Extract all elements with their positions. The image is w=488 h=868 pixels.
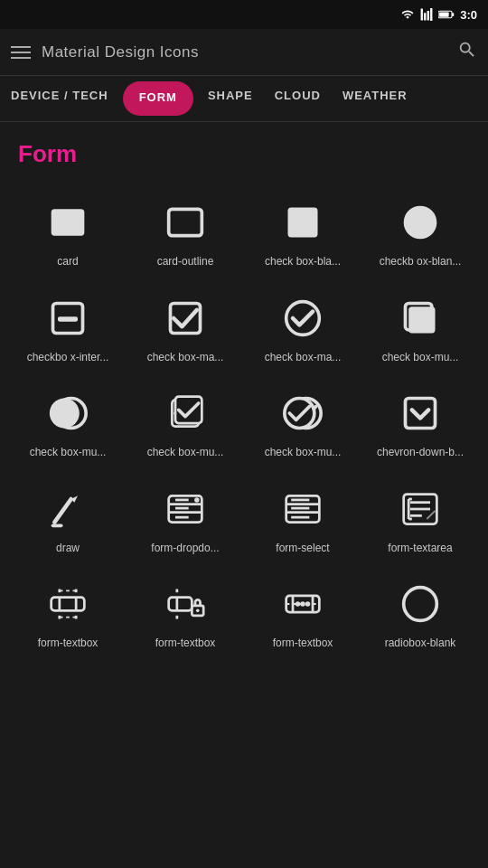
tabs-bar: DEVICE / TECH FORM SHAPE CLOUD WEATHER [0, 76, 488, 122]
icon-radiobox-blank-label: radiobox-blank [385, 637, 456, 651]
svg-rect-1 [452, 13, 454, 16]
form-textbox-icon [44, 580, 91, 627]
battery-icon [438, 8, 455, 21]
card-icon [44, 199, 91, 246]
icon-checkbox-multiple-blank-circle[interactable]: check box-mu... [9, 377, 127, 473]
icon-checkbox-marked-circle-label: check box-ma... [265, 351, 342, 365]
icon-checkbox-intermediate[interactable]: checkbo x-inter... [9, 282, 127, 378]
icon-checkbox-marked-circle[interactable]: check box-ma... [244, 282, 361, 378]
icon-form-textbox-label: form-textbox [38, 637, 99, 651]
icon-checkbox-multiple[interactable]: check box-mu... [361, 282, 479, 378]
tab-form[interactable]: FORM [123, 81, 193, 116]
svg-rect-51 [169, 598, 192, 611]
svg-point-6 [404, 206, 437, 240]
svg-point-56 [196, 609, 200, 613]
radiobox-blank-icon [397, 580, 444, 627]
svg-point-62 [300, 602, 305, 608]
icon-chevron-down-box[interactable]: chevron-down-b... [361, 377, 479, 473]
icon-radiobox-blank[interactable]: radiobox-blank [361, 568, 479, 664]
checkbox-multiple-icon [397, 295, 444, 342]
menu-button[interactable] [11, 46, 31, 59]
svg-point-14 [50, 399, 80, 429]
svg-rect-19 [406, 399, 436, 429]
svg-point-26 [194, 497, 200, 503]
search-button[interactable] [457, 40, 477, 64]
svg-rect-3 [52, 209, 85, 235]
icon-draw-label: draw [56, 542, 80, 556]
icon-checkbox-marked[interactable]: check box-ma... [127, 282, 244, 378]
svg-rect-5 [288, 208, 318, 238]
icon-checkbox-blank-circle[interactable]: checkb ox-blan... [361, 186, 479, 282]
icon-checkbox-blank-label: check box-bla... [265, 255, 341, 269]
checkbox-intermediate-icon [44, 295, 91, 342]
tab-shape[interactable]: SHAPE [197, 76, 264, 121]
icon-form-select[interactable]: form-select [244, 473, 361, 569]
section-title: Form [0, 122, 488, 177]
icon-chevron-down-box-label: chevron-down-b... [377, 446, 464, 460]
card-outline-icon [162, 199, 209, 246]
icon-form-textbox[interactable]: form-textbox [9, 568, 127, 664]
icon-form-textbox-password[interactable]: form-textbox [244, 568, 361, 664]
icon-checkbox-marked-label: check box-ma... [147, 351, 224, 365]
wifi-icon [400, 8, 415, 21]
icon-checkbox-blank[interactable]: check box-bla... [244, 186, 361, 282]
checkbox-multiple-blank-circle-icon [44, 390, 91, 437]
svg-rect-8 [58, 316, 78, 322]
checkbox-blank-icon [279, 199, 326, 246]
icon-form-dropdown-label: form-dropdo... [151, 542, 219, 556]
checkbox-multiple-marked-icon [162, 390, 209, 437]
icon-form-textbox-lock-label: form-textbox [155, 637, 216, 651]
checkbox-marked-icon [162, 295, 209, 342]
svg-rect-42 [52, 598, 85, 611]
icon-card[interactable]: card [9, 186, 127, 282]
signal-icon [420, 8, 433, 21]
tab-weather[interactable]: WEATHER [332, 76, 418, 121]
form-select-icon [279, 486, 326, 533]
checkbox-blank-circle-icon [397, 199, 444, 246]
form-dropdown-icon [162, 486, 209, 533]
icon-checkbox-multiple-marked-circle-label: check box-mu... [265, 446, 342, 460]
checkbox-multiple-marked-circle-icon [279, 390, 326, 437]
icon-checkbox-blank-circle-label: checkb ox-blan... [380, 255, 462, 269]
form-textbox-lock-icon [162, 580, 209, 627]
svg-rect-4 [169, 209, 202, 235]
svg-line-20 [54, 499, 70, 523]
tab-device-tech[interactable]: DEVICE / TECH [0, 76, 119, 121]
icon-form-dropdown[interactable]: form-dropdo... [127, 473, 244, 569]
status-icons: 3:0 [400, 8, 477, 22]
icon-checkbox-multiple-marked[interactable]: check box-mu... [127, 377, 244, 473]
svg-point-61 [296, 602, 301, 608]
icon-checkbox-multiple-blank-circle-label: check box-mu... [30, 446, 107, 460]
chevron-down-box-icon [397, 390, 444, 437]
svg-point-63 [305, 602, 311, 608]
icon-form-select-label: form-select [276, 542, 329, 556]
tab-cloud[interactable]: CLOUD [264, 76, 332, 121]
icon-form-textbox-lock[interactable]: form-textbox [127, 568, 244, 664]
form-textarea-icon [397, 486, 444, 533]
icon-form-textbox-password-label: form-textbox [273, 637, 333, 651]
draw-icon [44, 486, 91, 533]
icon-checkbox-multiple-label: check box-mu... [382, 351, 459, 365]
top-bar: Material Design Icons [0, 29, 488, 76]
icon-draw[interactable]: draw [9, 473, 127, 569]
status-bar: 3:0 [0, 0, 488, 29]
icon-form-textarea-label: form-textarea [388, 542, 452, 556]
icons-grid: card card-outline check box-bla... check… [0, 177, 488, 673]
icon-card-outline[interactable]: card-outline [127, 186, 244, 282]
icon-form-textarea[interactable]: form-textarea [361, 473, 479, 569]
form-textbox-password-icon [279, 580, 326, 627]
app-title: Material Design Icons [42, 43, 446, 61]
svg-point-64 [404, 588, 437, 621]
icon-card-label: card [57, 255, 78, 269]
icon-checkbox-multiple-marked-label: check box-mu... [147, 446, 224, 460]
icon-checkbox-multiple-marked-circle[interactable]: check box-mu... [244, 377, 361, 473]
icon-card-outline-label: card-outline [157, 255, 214, 269]
time-display: 3:0 [460, 8, 477, 22]
icon-checkbox-intermediate-label: checkbo x-inter... [27, 351, 109, 365]
checkbox-marked-circle-icon [279, 295, 326, 342]
svg-rect-2 [439, 12, 449, 16]
